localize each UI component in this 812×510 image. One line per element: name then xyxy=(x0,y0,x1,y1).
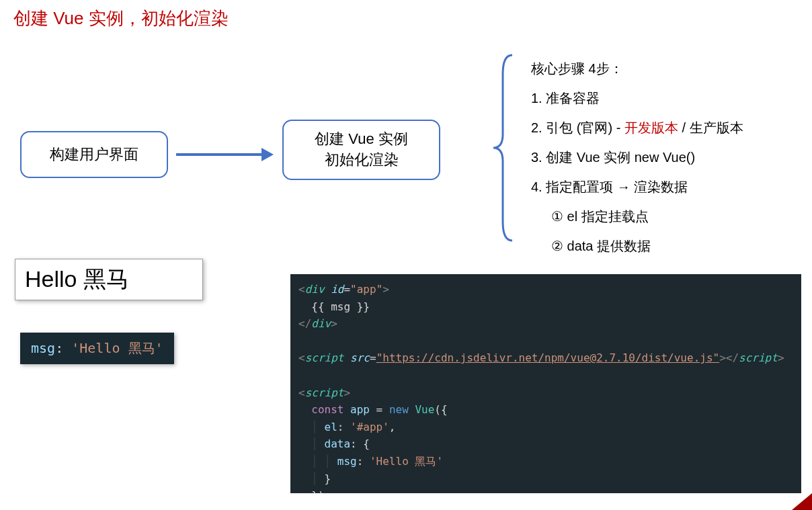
c13: script xyxy=(305,351,344,364)
c22: script xyxy=(305,386,344,399)
c26: = xyxy=(370,403,389,416)
box-left-text: 构建用户界面 xyxy=(50,144,138,165)
c33: data xyxy=(325,437,351,450)
steps-list: 核心步骤 4步： 1. 准备容器 2. 引包 (官网) - 开发版本 / 生产版… xyxy=(531,54,743,261)
c14 xyxy=(343,351,350,364)
c38: }) xyxy=(311,489,324,493)
box-right-line1: 创建 Vue 实例 xyxy=(315,129,408,150)
c8: {{ msg }} xyxy=(298,300,370,313)
step-2-red: 开发版本 xyxy=(624,120,678,135)
corner-decoration xyxy=(792,493,812,510)
c1: < xyxy=(298,283,305,296)
c21: < xyxy=(298,386,305,399)
c30: el xyxy=(325,421,337,433)
hello-text: Hello 黑马 xyxy=(25,264,129,295)
c3 xyxy=(325,283,331,296)
c37: } xyxy=(325,472,331,485)
box-build-ui: 构建用户界面 xyxy=(20,131,168,178)
c35: msg xyxy=(337,455,357,468)
c36: 'Hello 黑马' xyxy=(370,455,443,468)
c29: ({ xyxy=(434,403,447,416)
c28: Vue xyxy=(415,403,434,416)
msg-snippet: msg: 'Hello 黑马' xyxy=(20,333,174,364)
page-title: 创建 Vue 实例，初始化渲染 xyxy=(13,7,229,30)
c6: "app" xyxy=(350,283,382,296)
brace-icon xyxy=(491,54,518,242)
c12: < xyxy=(298,351,305,364)
c11: > xyxy=(331,317,337,330)
c25: app xyxy=(350,403,370,416)
msg-colon: : xyxy=(55,340,71,356)
c10: div xyxy=(311,317,331,330)
c7: > xyxy=(382,283,389,296)
c15: src xyxy=(350,351,370,364)
step-3: 3. 创建 Vue 实例 new Vue() xyxy=(531,142,743,172)
c17: "https://cdn.jsdelivr.net/npm/vue@2.7.10… xyxy=(376,351,720,364)
step-2: 2. 引包 (官网) - 开发版本 / 生产版本 xyxy=(531,113,743,142)
msg-key: msg xyxy=(31,340,55,356)
c20: > xyxy=(778,351,784,364)
steps-heading: 核心步骤 4步： xyxy=(531,54,743,83)
step-2-post: / 生产版本 xyxy=(678,120,743,135)
step-1: 1. 准备容器 xyxy=(531,83,743,113)
c18: ></ xyxy=(719,351,739,364)
c34: : { xyxy=(350,437,370,450)
c4: id xyxy=(331,283,343,296)
c31: '#app' xyxy=(350,421,389,433)
c24: const xyxy=(311,403,343,416)
step-2-pre: 2. 引包 (官网) - xyxy=(531,120,624,135)
box-right-line2: 初始化渲染 xyxy=(315,150,408,171)
c9: </ xyxy=(298,317,311,330)
c2: div xyxy=(305,283,325,296)
c16: = xyxy=(370,351,376,364)
step-sub2: ② data 提供数据 xyxy=(531,231,743,261)
c23: > xyxy=(343,386,350,399)
box-create-vue: 创建 Vue 实例 初始化渲染 xyxy=(282,120,440,180)
msg-val: 'Hello 黑马' xyxy=(71,340,163,356)
c27: new xyxy=(389,403,409,416)
arrow-icon xyxy=(176,149,274,160)
c5: = xyxy=(343,283,350,296)
code-block: <div id="app"> {{ msg }} </div> <script … xyxy=(290,274,801,493)
step-sub1: ① el 指定挂载点 xyxy=(531,202,743,231)
hello-output: Hello 黑马 xyxy=(15,259,203,300)
c32: , xyxy=(389,421,396,433)
c19: script xyxy=(739,351,778,364)
step-4: 4. 指定配置项 → 渲染数据 xyxy=(531,172,743,202)
